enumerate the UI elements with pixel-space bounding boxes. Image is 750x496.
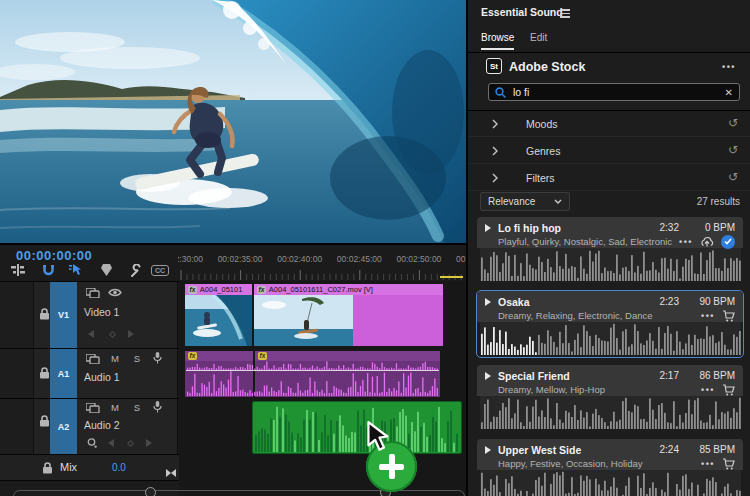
cart-icon[interactable]	[722, 310, 735, 322]
clear-search-icon[interactable]: ✕	[725, 87, 733, 98]
solo-button[interactable]: S	[130, 402, 144, 413]
more-options-icon[interactable]: •••	[679, 237, 693, 247]
source-patch-column[interactable]	[0, 349, 34, 398]
prev-keyframe-icon[interactable]	[88, 330, 94, 338]
waveform[interactable]	[480, 322, 741, 355]
track-bpm: 90 BPM	[691, 296, 735, 307]
target-track-a2[interactable]: A2	[50, 399, 77, 454]
video-clip-2[interactable]: fxA004_05101611_C027.mov [V]	[254, 284, 443, 346]
surfer-video-frame	[0, 0, 466, 243]
track-header-v1: V1 Video 1	[0, 282, 178, 348]
timeline-lanes[interactable]: fxA004_05101 fxA004_05101611_C027.mov [V…	[179, 281, 466, 496]
cart-icon[interactable]	[722, 384, 735, 396]
audio-waveform-upper	[186, 361, 439, 370]
lock-icon[interactable]	[39, 367, 50, 379]
solo-button[interactable]: S	[130, 353, 144, 364]
program-monitor[interactable]	[0, 0, 466, 243]
source-patch-column[interactable]	[0, 399, 34, 454]
accordion-moods[interactable]: Moods ↺	[468, 111, 750, 137]
timeline-settings-wrench-icon[interactable]	[124, 262, 144, 278]
added-check-icon[interactable]	[721, 235, 735, 249]
voiceover-mic-icon[interactable]	[153, 401, 162, 413]
play-icon[interactable]	[485, 372, 491, 380]
ruler-label: 00:02:40:00	[277, 254, 322, 264]
reset-icon[interactable]: ↺	[728, 116, 738, 130]
clip-name: A004_05101611_C027.mov [V]	[269, 285, 373, 294]
lock-icon[interactable]	[39, 308, 50, 320]
stock-search-box[interactable]: ✕	[488, 83, 740, 101]
keyframe-toggle-icon[interactable]	[87, 438, 97, 448]
essential-sound-panel: Essential Sound Browse Edit St Adobe Sto…	[466, 0, 750, 496]
track-name-a1: Audio 1	[84, 371, 120, 383]
lock-icon[interactable]	[39, 415, 50, 427]
sync-lock-icon[interactable]	[86, 354, 100, 364]
stock-audio-result[interactable]: Upper West Side 2:24 85 BPM Happy, Festi…	[476, 438, 744, 496]
mute-button[interactable]: M	[108, 353, 122, 364]
gain-rubber-band[interactable]	[186, 370, 439, 371]
snap-magnet-icon[interactable]	[38, 262, 58, 278]
clip-thumbnail-surfer	[185, 295, 252, 346]
more-options-icon[interactable]: •••	[701, 311, 715, 321]
playhead-timecode[interactable]: 00:00:00:00	[16, 248, 92, 263]
target-track-v1[interactable]: V1	[50, 282, 77, 348]
panel-menu-icon[interactable]	[560, 9, 570, 20]
search-input	[513, 86, 718, 98]
sync-lock-icon[interactable]	[86, 403, 100, 413]
add-marker-icon[interactable]	[96, 262, 116, 278]
voiceover-mic-icon[interactable]	[153, 352, 162, 364]
waveform[interactable]	[480, 248, 741, 281]
track-header-a1: A1 M S Audio 1	[0, 349, 178, 398]
more-options-icon[interactable]: •••	[701, 459, 715, 469]
tab-edit[interactable]: Edit	[530, 32, 547, 43]
play-icon[interactable]	[485, 446, 491, 454]
play-icon[interactable]	[485, 224, 491, 232]
next-keyframe-icon[interactable]	[128, 330, 134, 338]
stock-audio-result[interactable]: Lo fi hip hop 2:32 0 BPM Playful, Quirky…	[476, 216, 744, 284]
tab-browse[interactable]: Browse	[481, 32, 514, 43]
ruler-label: 00:02:55:00	[456, 254, 466, 264]
track-title: Lo fi hip hop	[498, 222, 660, 234]
source-patch-column[interactable]	[0, 282, 34, 348]
video-clip-1[interactable]: fxA004_05101	[185, 284, 252, 346]
stock-audio-result[interactable]: Special Friend 2:17 86 BPM Dreamy, Mello…	[476, 364, 744, 432]
adobe-stock-title: Adobe Stock	[509, 60, 585, 74]
track-tags: Dreamy, Mellow, Hip-Hop	[498, 384, 694, 395]
work-area-marker	[440, 276, 463, 278]
reset-icon[interactable]: ↺	[728, 143, 738, 157]
waveform[interactable]	[480, 470, 741, 496]
lock-icon[interactable]	[42, 462, 53, 474]
scrollbar-handle-left[interactable]	[145, 487, 156, 496]
captions-icon[interactable]: CC	[150, 262, 170, 278]
prev-keyframe-icon[interactable]	[108, 439, 114, 447]
cart-icon[interactable]	[722, 458, 735, 470]
next-keyframe-icon[interactable]	[146, 439, 152, 447]
stock-audio-result[interactable]: Osaka 2:23 90 BPM Dreamy, Relaxing, Elec…	[476, 290, 744, 358]
license-cloud-icon[interactable]	[700, 236, 714, 248]
results-count: 27 results	[697, 196, 740, 207]
dragged-audio-clip[interactable]	[252, 401, 462, 454]
mix-label: Mix	[60, 461, 77, 473]
timeline-ruler[interactable]: 00:02:30:0000:02:35:0000:02:40:0000:02:4…	[178, 247, 466, 281]
green-clip-waveform	[254, 403, 460, 452]
accordion-filters[interactable]: Filters ↺	[468, 165, 750, 191]
stock-more-options-icon[interactable]: •••	[722, 62, 736, 72]
sync-lock-icon[interactable]	[86, 288, 100, 298]
track-duration: 2:23	[660, 296, 679, 307]
collapse-track-icon[interactable]	[166, 463, 176, 481]
reset-icon[interactable]: ↺	[728, 170, 738, 184]
add-keyframe-icon[interactable]	[127, 440, 134, 447]
track-bpm: 86 BPM	[691, 370, 735, 381]
linked-selection-icon[interactable]	[66, 262, 86, 278]
mouse-cursor	[366, 421, 393, 452]
accordion-genres[interactable]: Genres ↺	[468, 138, 750, 164]
mute-button[interactable]: M	[108, 402, 122, 413]
sort-dropdown[interactable]: Relevance	[480, 192, 570, 211]
mix-volume-value[interactable]: 0.0	[112, 462, 126, 473]
more-options-icon[interactable]: •••	[701, 385, 715, 395]
track-visibility-eye-icon[interactable]	[108, 288, 122, 297]
add-keyframe-icon[interactable]	[109, 331, 116, 338]
play-icon[interactable]	[485, 298, 491, 306]
target-track-a1[interactable]: A1	[50, 349, 77, 398]
waveform[interactable]	[480, 396, 741, 429]
nest-sequence-icon[interactable]	[8, 262, 28, 278]
